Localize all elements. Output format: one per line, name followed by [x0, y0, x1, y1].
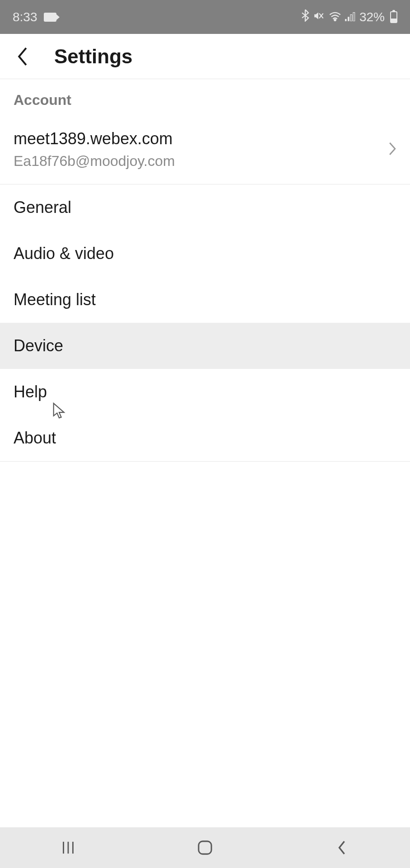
menu-item-help[interactable]: Help — [0, 369, 410, 415]
back-icon — [336, 840, 348, 856]
home-icon — [197, 840, 213, 856]
menu-item-about[interactable]: About — [0, 415, 410, 461]
menu-item-label: About — [14, 429, 56, 447]
account-site: meet1389.webex.com — [14, 129, 175, 148]
status-left: 8:33 — [13, 10, 56, 24]
menu-item-general[interactable]: General — [0, 184, 410, 231]
svg-rect-10 — [199, 841, 211, 854]
status-bar: 8:33 — [0, 0, 410, 34]
settings-content: Account meet1389.webex.com Ea18f76b@mood… — [0, 79, 410, 462]
signal-icon — [345, 10, 356, 24]
battery-icon — [390, 11, 397, 23]
menu-list: General Audio & video Meeting list Devic… — [0, 184, 410, 462]
account-row[interactable]: meet1389.webex.com Ea18f76b@moodjoy.com — [0, 117, 410, 184]
app-header: Settings — [0, 34, 410, 79]
status-time: 8:33 — [13, 10, 37, 24]
bluetooth-icon — [301, 9, 310, 25]
menu-item-audio-video[interactable]: Audio & video — [0, 231, 410, 277]
mute-vibrate-icon — [313, 10, 325, 24]
nav-recent-button[interactable] — [55, 834, 82, 861]
chevron-left-icon — [16, 47, 29, 66]
wifi-icon — [329, 10, 341, 24]
account-info: meet1389.webex.com Ea18f76b@moodjoy.com — [14, 129, 175, 170]
section-header-account: Account — [0, 79, 410, 117]
video-recording-icon — [44, 13, 56, 22]
svg-rect-4 — [348, 17, 349, 21]
battery-percent: 32% — [359, 10, 385, 24]
chevron-right-icon — [388, 142, 396, 158]
nav-home-button[interactable] — [191, 834, 219, 861]
menu-item-label: General — [14, 198, 71, 217]
back-button[interactable] — [14, 47, 32, 66]
menu-item-label: Meeting list — [14, 290, 96, 309]
menu-item-label: Help — [14, 382, 47, 401]
svg-rect-5 — [350, 14, 352, 21]
nav-back-button[interactable] — [328, 834, 355, 861]
status-right: 32% — [301, 9, 397, 25]
svg-rect-3 — [345, 19, 347, 21]
menu-item-label: Audio & video — [14, 244, 114, 263]
menu-item-label: Device — [14, 336, 63, 355]
account-email: Ea18f76b@moodjoy.com — [14, 153, 175, 170]
menu-item-device[interactable]: Device — [0, 323, 410, 369]
page-title: Settings — [54, 45, 133, 68]
recent-apps-icon — [61, 840, 76, 855]
system-nav-bar — [0, 827, 410, 868]
menu-item-meeting-list[interactable]: Meeting list — [0, 277, 410, 323]
svg-point-2 — [334, 19, 336, 21]
svg-rect-6 — [353, 12, 355, 21]
